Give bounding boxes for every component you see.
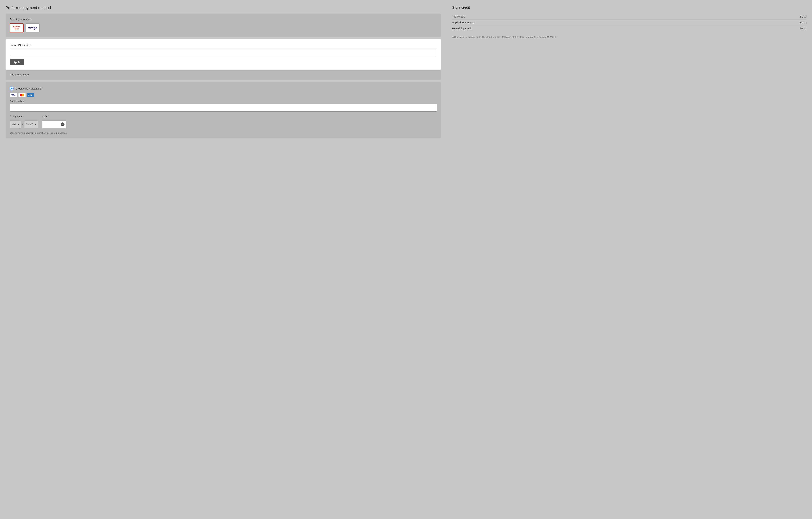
cvv-group: CVV * ? [42, 115, 66, 128]
year-select[interactable]: YYYY 202420252026 202720282029 203020312… [24, 120, 38, 128]
promo-section: Add promo code [5, 70, 441, 80]
expiry-cvv-row: Expiry date * MM 010203 040506 070809 10… [10, 115, 437, 128]
radio-inner [11, 88, 12, 89]
card-logos: Rakuten kobo !ndigo [10, 23, 437, 32]
credit-table: Total credit: $1.00 Applied to purchase:… [452, 14, 807, 31]
expiry-label: Expiry date * [10, 115, 38, 118]
applied-credit-key: Applied to purchase: [452, 21, 476, 24]
expiry-separator: / [22, 123, 23, 126]
total-credit-row: Total credit: $1.00 [452, 14, 807, 20]
mastercard-icon [18, 93, 26, 97]
credit-card-radio-row: Credit card / Visa Debit [10, 87, 437, 90]
amex-icon: AMEX [27, 93, 34, 97]
credit-card-radio[interactable] [10, 87, 13, 90]
transactions-note: All transactions processed by Rakuten Ko… [452, 35, 807, 39]
year-select-wrapper: YYYY 202420252026 202720282029 203020312… [24, 120, 38, 128]
visa-icon: VISA [10, 93, 17, 97]
payment-icons: VISA AMEX [10, 93, 437, 97]
total-credit-key: Total credit: [452, 15, 465, 18]
card-section-label: Select type of card: [10, 18, 437, 21]
card-number-label: Card number * [10, 100, 437, 103]
rakuten-kobo-card[interactable]: Rakuten kobo [10, 23, 24, 32]
cvv-label: CVV * [42, 115, 66, 118]
remaining-credit-key: Remaining credit: [452, 27, 472, 30]
applied-credit-value: -$1.00 [799, 21, 807, 24]
card-type-section: Select type of card: Rakuten kobo !ndigo [5, 13, 441, 36]
store-credit-title: Store credit [452, 5, 807, 9]
apply-button[interactable]: Apply [10, 59, 24, 65]
cvv-input-wrapper: ? [42, 120, 66, 128]
indigo-card[interactable]: !ndigo [26, 23, 39, 32]
applied-credit-row: Applied to purchase: -$1.00 [452, 20, 807, 26]
promo-code-link[interactable]: Add promo code [10, 73, 29, 76]
pin-label: Kobo PIN Number [10, 44, 437, 47]
pin-section: Kobo PIN Number Apply [5, 39, 441, 70]
page-title: Preferred payment method [5, 5, 441, 10]
expiry-inputs: MM 010203 040506 070809 101112 ▼ / YYY [10, 120, 38, 128]
remaining-credit-row: Remaining credit: $0.00 [452, 26, 807, 31]
month-select[interactable]: MM 010203 040506 070809 101112 [10, 120, 21, 128]
pin-input[interactable] [10, 49, 437, 56]
card-number-input[interactable] [10, 104, 437, 112]
credit-card-label: Credit card / Visa Debit [16, 87, 42, 90]
credit-card-section: Credit card / Visa Debit VISA AMEX Card … [5, 82, 441, 138]
expiry-group: Expiry date * MM 010203 040506 070809 10… [10, 115, 38, 128]
save-note: We'll save your payment information for … [10, 132, 437, 134]
month-select-wrapper: MM 010203 040506 070809 101112 ▼ [10, 120, 21, 128]
remaining-credit-value: $0.00 [800, 27, 807, 30]
total-credit-value: $1.00 [800, 15, 807, 18]
